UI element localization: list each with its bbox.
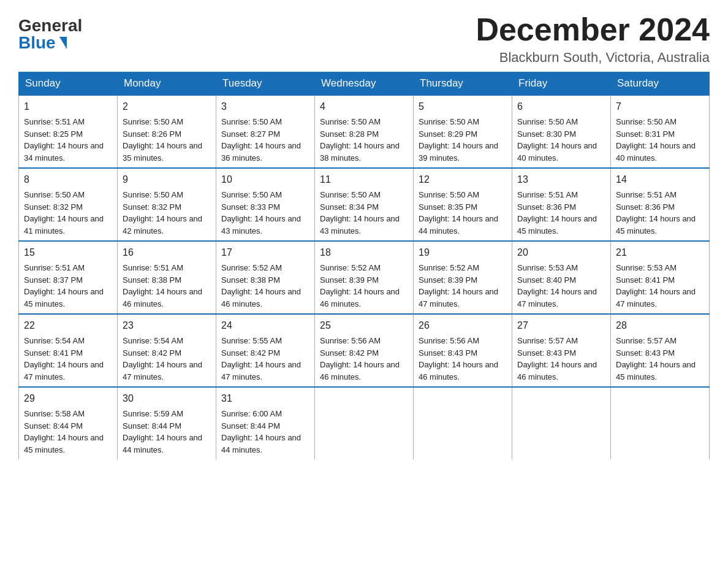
table-row: 19 Sunrise: 5:52 AM Sunset: 8:39 PM Dayl… <box>414 241 512 314</box>
day-number: 22 <box>24 318 112 333</box>
sunset-label: Sunset: 8:41 PM <box>616 275 675 285</box>
day-number: 12 <box>419 172 507 187</box>
sunset-label: Sunset: 8:25 PM <box>24 129 83 139</box>
day-number: 26 <box>419 318 507 333</box>
sunset-label: Sunset: 8:44 PM <box>24 421 83 431</box>
daylight-label: Daylight: 14 hours and 44 minutes. <box>221 433 301 454</box>
sunset-label: Sunset: 8:34 PM <box>320 202 379 212</box>
sunset-label: Sunset: 8:44 PM <box>221 421 280 431</box>
sunrise-label: Sunrise: 5:50 AM <box>123 190 183 199</box>
sunset-label: Sunset: 8:29 PM <box>419 129 477 139</box>
day-number: 28 <box>616 318 704 333</box>
calendar-table: Sunday Monday Tuesday Wednesday Thursday… <box>18 72 710 459</box>
day-number: 4 <box>320 99 408 114</box>
day-number: 23 <box>123 318 211 333</box>
calendar-week-4: 22 Sunrise: 5:54 AM Sunset: 8:41 PM Dayl… <box>19 314 710 387</box>
sunset-label: Sunset: 8:43 PM <box>616 348 675 358</box>
sunset-label: Sunset: 8:42 PM <box>320 348 379 358</box>
sunrise-label: Sunrise: 6:00 AM <box>221 409 282 418</box>
table-row <box>315 387 414 459</box>
sunrise-label: Sunrise: 5:51 AM <box>616 190 677 199</box>
daylight-label: Daylight: 14 hours and 46 minutes. <box>419 360 498 381</box>
sunrise-label: Sunrise: 5:56 AM <box>419 336 479 345</box>
day-number: 2 <box>123 99 211 114</box>
day-number: 10 <box>221 172 309 187</box>
daylight-label: Daylight: 14 hours and 46 minutes. <box>123 287 202 308</box>
calendar-week-2: 8 Sunrise: 5:50 AM Sunset: 8:32 PM Dayli… <box>19 168 710 241</box>
table-row: 18 Sunrise: 5:52 AM Sunset: 8:39 PM Dayl… <box>315 241 414 314</box>
table-row: 30 Sunrise: 5:59 AM Sunset: 8:44 PM Dayl… <box>118 387 216 459</box>
sunrise-label: Sunrise: 5:58 AM <box>24 409 85 418</box>
table-row: 7 Sunrise: 5:50 AM Sunset: 8:31 PM Dayli… <box>611 95 710 168</box>
daylight-label: Daylight: 14 hours and 43 minutes. <box>221 214 301 236</box>
table-row: 29 Sunrise: 5:58 AM Sunset: 8:44 PM Dayl… <box>19 387 118 459</box>
calendar-week-3: 15 Sunrise: 5:51 AM Sunset: 8:37 PM Dayl… <box>19 241 710 314</box>
sunset-label: Sunset: 8:32 PM <box>123 202 181 212</box>
sunrise-label: Sunrise: 5:50 AM <box>419 117 479 126</box>
sunrise-label: Sunrise: 5:53 AM <box>517 263 578 272</box>
sunrise-label: Sunrise: 5:55 AM <box>221 336 282 345</box>
day-number: 29 <box>24 391 112 406</box>
sunset-label: Sunset: 8:27 PM <box>221 129 280 139</box>
daylight-label: Daylight: 14 hours and 45 minutes. <box>616 214 696 236</box>
day-number: 5 <box>419 99 507 114</box>
page-header: General Blue December 2024 Blackburn Sou… <box>18 12 710 66</box>
daylight-label: Daylight: 14 hours and 47 minutes. <box>616 287 696 308</box>
table-row: 27 Sunrise: 5:57 AM Sunset: 8:43 PM Dayl… <box>512 314 611 387</box>
sunrise-label: Sunrise: 5:57 AM <box>517 336 578 345</box>
sunset-label: Sunset: 8:39 PM <box>320 275 379 285</box>
daylight-label: Daylight: 14 hours and 46 minutes. <box>320 287 400 308</box>
sunset-label: Sunset: 8:37 PM <box>24 275 83 285</box>
table-row: 17 Sunrise: 5:52 AM Sunset: 8:38 PM Dayl… <box>216 241 315 314</box>
sunset-label: Sunset: 8:39 PM <box>419 275 477 285</box>
header-row: Sunday Monday Tuesday Wednesday Thursday… <box>19 72 710 96</box>
daylight-label: Daylight: 14 hours and 34 minutes. <box>24 141 104 163</box>
day-number: 31 <box>221 391 309 406</box>
sunrise-label: Sunrise: 5:50 AM <box>616 117 677 126</box>
location-title: Blackburn South, Victoria, Australia <box>476 50 710 66</box>
sunset-label: Sunset: 8:43 PM <box>517 348 576 358</box>
day-number: 27 <box>517 318 605 333</box>
daylight-label: Daylight: 14 hours and 46 minutes. <box>221 287 301 308</box>
day-number: 16 <box>123 245 211 260</box>
sunset-label: Sunset: 8:41 PM <box>24 348 83 358</box>
sunset-label: Sunset: 8:36 PM <box>517 202 576 212</box>
sunset-label: Sunset: 8:42 PM <box>123 348 181 358</box>
sunset-label: Sunset: 8:35 PM <box>419 202 477 212</box>
table-row: 31 Sunrise: 6:00 AM Sunset: 8:44 PM Dayl… <box>216 387 315 459</box>
sunrise-label: Sunrise: 5:50 AM <box>320 190 381 199</box>
day-number: 21 <box>616 245 704 260</box>
table-row: 12 Sunrise: 5:50 AM Sunset: 8:35 PM Dayl… <box>414 168 512 241</box>
sunset-label: Sunset: 8:30 PM <box>517 129 576 139</box>
daylight-label: Daylight: 14 hours and 35 minutes. <box>123 141 202 163</box>
sunrise-label: Sunrise: 5:59 AM <box>123 409 183 418</box>
table-row: 8 Sunrise: 5:50 AM Sunset: 8:32 PM Dayli… <box>19 168 118 241</box>
daylight-label: Daylight: 14 hours and 45 minutes. <box>517 214 597 236</box>
table-row: 16 Sunrise: 5:51 AM Sunset: 8:38 PM Dayl… <box>118 241 216 314</box>
sunset-label: Sunset: 8:38 PM <box>221 275 280 285</box>
day-number: 24 <box>221 318 309 333</box>
day-number: 11 <box>320 172 408 187</box>
day-number: 15 <box>24 245 112 260</box>
sunrise-label: Sunrise: 5:50 AM <box>123 117 183 126</box>
sunset-label: Sunset: 8:26 PM <box>123 129 181 139</box>
sunset-label: Sunset: 8:43 PM <box>419 348 477 358</box>
day-number: 30 <box>123 391 211 406</box>
table-row: 9 Sunrise: 5:50 AM Sunset: 8:32 PM Dayli… <box>118 168 216 241</box>
daylight-label: Daylight: 14 hours and 40 minutes. <box>517 141 597 163</box>
sunset-label: Sunset: 8:33 PM <box>221 202 280 212</box>
col-thursday: Thursday <box>414 72 512 96</box>
sunset-label: Sunset: 8:28 PM <box>320 129 379 139</box>
daylight-label: Daylight: 14 hours and 44 minutes. <box>419 214 498 236</box>
table-row: 2 Sunrise: 5:50 AM Sunset: 8:26 PM Dayli… <box>118 95 216 168</box>
sunrise-label: Sunrise: 5:50 AM <box>517 117 578 126</box>
sunrise-label: Sunrise: 5:50 AM <box>221 190 282 199</box>
day-number: 20 <box>517 245 605 260</box>
sunset-label: Sunset: 8:42 PM <box>221 348 280 358</box>
sunrise-label: Sunrise: 5:50 AM <box>24 190 85 199</box>
sunset-label: Sunset: 8:36 PM <box>616 202 675 212</box>
table-row: 22 Sunrise: 5:54 AM Sunset: 8:41 PM Dayl… <box>19 314 118 387</box>
col-friday: Friday <box>512 72 611 96</box>
logo-general-text: General <box>18 17 82 34</box>
sunrise-label: Sunrise: 5:56 AM <box>320 336 381 345</box>
